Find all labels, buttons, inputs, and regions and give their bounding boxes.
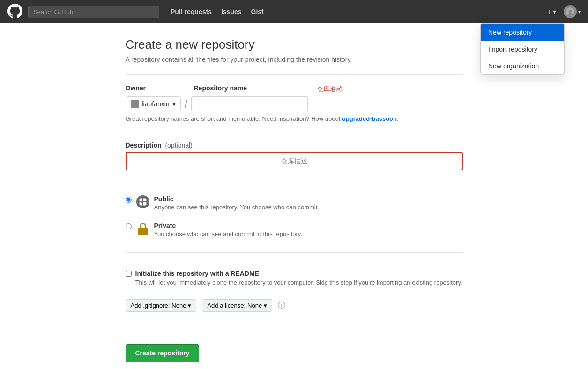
extra-options-row: Add .gitignore: None ▾ Add a license: No… xyxy=(126,294,463,317)
private-option: Private You choose who can see and commi… xyxy=(126,216,463,243)
init-readme-text: Initialize this repository with a README… xyxy=(135,270,462,286)
public-option-text: Public Anyone can see this repository. Y… xyxy=(154,195,319,211)
dropdown-new-repository[interactable]: New repository xyxy=(481,24,564,41)
repo-name-input[interactable] xyxy=(191,96,308,111)
license-label: Add a license: xyxy=(207,302,246,309)
main-content: Create a new repository A repository con… xyxy=(116,37,472,369)
private-label: Private xyxy=(154,222,303,229)
page-title: Create a new repository xyxy=(126,37,463,52)
gitignore-value: None xyxy=(171,302,186,309)
owner-caret-icon: ▾ xyxy=(172,100,176,108)
owner-name: liaofanxin xyxy=(142,100,170,108)
owner-avatar xyxy=(131,100,139,108)
private-icon xyxy=(136,222,149,237)
search-input[interactable] xyxy=(28,6,159,18)
caret-icon: ▾ xyxy=(553,8,556,15)
divider-4 xyxy=(126,252,463,253)
divider-2 xyxy=(126,132,463,132)
description-label: Description xyxy=(126,141,162,149)
license-caret-icon: ▾ xyxy=(264,302,267,309)
dropdown-new-organization[interactable]: New organization xyxy=(481,58,564,74)
description-input[interactable] xyxy=(127,154,461,169)
owner-select-button[interactable]: liaofanxin ▾ xyxy=(126,96,181,111)
owner-label: Owner xyxy=(126,84,177,92)
init-readme-label[interactable]: Initialize this repository with a README xyxy=(135,270,259,277)
public-label: Public xyxy=(154,195,319,203)
license-value: None xyxy=(247,302,262,309)
repo-name-label: Repository name xyxy=(194,84,247,92)
description-label-row: Description (optional) xyxy=(126,141,463,149)
repo-hint-text: Great repository names are short and mem… xyxy=(126,115,463,122)
divider-5 xyxy=(126,327,463,327)
repo-name-annotation: 仓库名称 xyxy=(317,85,343,94)
public-desc: Anyone can see this repository. You choo… xyxy=(154,204,319,211)
header-right: + ▾ ▾ xyxy=(544,5,581,18)
header: Pull requests Issues Gist + ▾ ▾ New repo… xyxy=(0,0,588,23)
user-menu-button[interactable]: ▾ xyxy=(564,5,581,18)
public-icon xyxy=(136,195,149,211)
form-labels-row: Owner Repository name xyxy=(126,84,463,95)
gitignore-caret-icon: ▾ xyxy=(188,302,191,309)
private-radio[interactable] xyxy=(126,223,132,229)
license-select[interactable]: Add a license: None ▾ xyxy=(202,299,272,312)
owner-repo-row: liaofanxin ▾ / 仓库名称 xyxy=(126,96,463,111)
page-subtitle: A repository contains all the files for … xyxy=(126,56,463,63)
header-nav: Pull requests Issues Gist xyxy=(167,5,268,18)
description-group: Description (optional) xyxy=(126,141,463,170)
private-option-text: Private You choose who can see and commi… xyxy=(154,222,303,237)
create-button-wrapper: Create repository xyxy=(126,337,463,369)
plus-icon: + xyxy=(548,8,551,15)
public-option: Public Anyone can see this repository. Y… xyxy=(126,190,463,216)
public-radio[interactable] xyxy=(126,197,132,203)
info-icon[interactable]: ⓘ xyxy=(278,301,285,310)
issues-link[interactable]: Issues xyxy=(217,5,246,18)
divider-3 xyxy=(126,180,463,180)
slash-divider: / xyxy=(185,97,188,111)
dropdown-import-repository[interactable]: Import repository xyxy=(481,41,564,58)
description-optional-label: (optional) xyxy=(165,141,192,149)
divider-1 xyxy=(126,74,463,75)
avatar xyxy=(564,5,577,18)
create-repository-button[interactable]: Create repository xyxy=(126,344,200,362)
new-dropdown-menu: New repository Import repository New org… xyxy=(480,23,565,75)
new-menu-button[interactable]: + ▾ xyxy=(544,6,560,18)
search-box[interactable] xyxy=(28,6,159,18)
avatar-caret-icon: ▾ xyxy=(578,9,581,15)
suggestion-link[interactable]: upgraded-bassoon xyxy=(342,115,397,122)
init-readme-desc: This will let you immediately clone the … xyxy=(135,279,462,286)
init-readme-row: Initialize this repository with a README… xyxy=(126,262,463,294)
gitignore-select[interactable]: Add .gitignore: None ▾ xyxy=(126,299,197,312)
gitignore-label: Add .gitignore: xyxy=(131,302,170,309)
github-logo[interactable] xyxy=(7,4,22,20)
description-input-wrapper xyxy=(126,152,463,170)
init-readme-checkbox[interactable] xyxy=(126,271,132,277)
pull-requests-link[interactable]: Pull requests xyxy=(167,5,216,18)
svg-rect-3 xyxy=(138,228,148,235)
private-desc: You choose who can see and commit to thi… xyxy=(154,230,303,237)
gist-link[interactable]: Gist xyxy=(247,5,268,18)
